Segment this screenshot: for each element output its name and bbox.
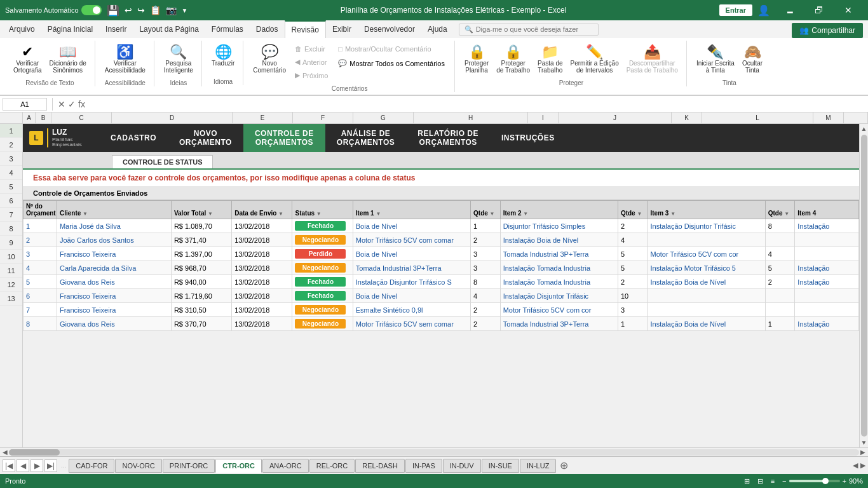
sheet-add-tab[interactable]: ⊕ — [557, 459, 571, 473]
page-layout-icon[interactable]: ⊞ — [744, 477, 750, 485]
sheet-tab-rel-orc[interactable]: REL-ORC — [309, 459, 355, 473]
table-cell[interactable] — [795, 303, 859, 317]
table-cell[interactable]: 5 — [24, 275, 57, 289]
redo-icon[interactable]: ↪ — [137, 5, 145, 15]
sheet-nav-next[interactable]: ▶ — [31, 459, 43, 472]
cell-reference-input[interactable] — [3, 98, 47, 111]
th-item1[interactable]: Item 1 ▼ — [353, 201, 470, 219]
table-cell[interactable]: R$ 1.089,70 — [171, 219, 231, 233]
tab-inserir[interactable]: Inserir — [99, 20, 133, 38]
table-cell[interactable]: 7 — [24, 303, 57, 317]
nav-controle-orcamentos[interactable]: CONTROLE DEORÇAMENTOS — [243, 124, 325, 152]
table-cell[interactable]: R$ 371,40 — [171, 233, 231, 247]
btn-pasta-trabalho[interactable]: 📁 Pasta deTrabalho — [534, 43, 566, 76]
table-cell[interactable]: Esmalte Sintético 0,9l — [353, 303, 470, 317]
table-cell[interactable]: Instalação Motor Trifásico 5 — [648, 261, 765, 275]
table-cell[interactable]: 2 — [765, 275, 795, 289]
table-cell[interactable]: Fechado — [292, 289, 353, 303]
table-cell[interactable] — [765, 233, 795, 247]
table-cell[interactable]: Giovana dos Reis — [57, 317, 171, 331]
cancel-formula-icon[interactable]: ✕ — [58, 99, 65, 109]
sheet-nav-first[interactable]: |◀ — [3, 459, 15, 472]
camera-icon[interactable]: 📷 — [166, 5, 177, 15]
row-num-6[interactable]: 6 — [0, 194, 22, 208]
table-cell[interactable]: 2 — [471, 303, 501, 317]
row-num-2[interactable]: 2 — [0, 138, 22, 152]
table-cell[interactable]: Boia de Nível — [353, 247, 470, 261]
dropdown-icon[interactable]: ▼ — [182, 7, 188, 14]
table-cell[interactable]: R$ 1.719,60 — [171, 289, 231, 303]
btn-proteger-trabalho[interactable]: 🔒 Protegerde Trabalho — [493, 43, 533, 76]
table-cell[interactable]: 8 — [24, 317, 57, 331]
confirm-formula-icon[interactable]: ✓ — [68, 99, 76, 109]
table-cell[interactable]: R$ 968,70 — [171, 261, 231, 275]
sheet-scroll-left[interactable]: ◀ — [853, 461, 858, 470]
table-cell[interactable]: Tomada Industrial 3P+Terra — [500, 247, 618, 261]
table-cell[interactable]: Fechado — [292, 275, 353, 289]
table-cell[interactable]: 13/02/2018 — [232, 289, 292, 303]
th-data[interactable]: Data de Envio ▼ — [232, 201, 292, 219]
nav-novo-orcamento[interactable]: NOVOORÇAMENTO — [168, 124, 243, 152]
col-header-i[interactable]: I — [528, 112, 559, 123]
table-cell[interactable]: R$ 1.397,00 — [171, 247, 231, 261]
th-num[interactable]: Nº doOrçament ▼ — [24, 201, 57, 219]
nav-instrucoes[interactable]: INSTRUÇÕES — [490, 124, 566, 152]
sheet-tab-in-pas[interactable]: IN-PAS — [405, 459, 442, 473]
table-cell[interactable] — [765, 303, 795, 317]
table-cell[interactable] — [648, 233, 765, 247]
table-cell[interactable]: Francisco Teixeira — [57, 303, 171, 317]
table-cell[interactable] — [795, 233, 859, 247]
table-cell[interactable]: 2 — [618, 275, 648, 289]
table-cell[interactable]: Instalação Tomada Industria — [500, 261, 618, 275]
col-header-k[interactable]: K — [672, 112, 702, 123]
table-cell[interactable]: 5 — [618, 247, 648, 261]
th-item3[interactable]: Item 3 ▼ — [648, 201, 765, 219]
table-cell[interactable]: 13/02/2018 — [232, 275, 292, 289]
table-cell[interactable]: 2 — [618, 219, 648, 233]
table-cell[interactable]: Francisco Teixeira — [57, 289, 171, 303]
table-cell[interactable]: 4 — [618, 233, 648, 247]
table-cell[interactable]: 2 — [471, 233, 501, 247]
zoom-out-btn[interactable]: − — [782, 477, 786, 485]
col-header-h[interactable]: H — [414, 112, 528, 123]
th-item2[interactable]: Item 2 ▼ — [500, 201, 618, 219]
nav-relatorio-orcamentos[interactable]: RELATÓRIO DEORÇAMENTOS — [406, 124, 490, 152]
search-input[interactable] — [476, 25, 590, 33]
tab-ajuda[interactable]: Ajuda — [421, 20, 454, 38]
table-cell[interactable] — [648, 289, 765, 303]
sheet-nav-prev[interactable]: ◀ — [17, 459, 29, 472]
table-cell[interactable]: 3 — [471, 247, 501, 261]
table-cell[interactable]: 6 — [24, 289, 57, 303]
table-cell[interactable]: Maria José da Silva — [57, 219, 171, 233]
col-header-j[interactable]: J — [559, 112, 672, 123]
table-cell[interactable]: Boia de Nível — [353, 219, 470, 233]
tab-desenvolvedor[interactable]: Desenvolvedor — [358, 20, 421, 38]
table-cell[interactable] — [765, 289, 795, 303]
row-num-10[interactable]: 10 — [0, 250, 22, 264]
table-cell[interactable]: Motor Trifásico 5CV com comar — [353, 233, 470, 247]
btn-descompartilhar[interactable]: 📤 DescompartilharPasta de Trabalho — [623, 43, 681, 76]
table-cell[interactable]: Carla Aparecida da Silva — [57, 261, 171, 275]
table-cell[interactable]: 5 — [618, 261, 648, 275]
row-num-13[interactable]: 13 — [0, 292, 22, 306]
row-num-12[interactable]: 12 — [0, 278, 22, 292]
close-button[interactable]: ✕ — [834, 0, 863, 20]
table-cell[interactable]: Motor Trifásico 5CV com cor — [500, 303, 618, 317]
share-button[interactable]: 👥 Compartilhar — [792, 23, 863, 38]
table-cell[interactable]: Instalação Boia de Nível — [648, 275, 765, 289]
undo-icon[interactable]: ↩ — [125, 5, 132, 15]
tab-exibir[interactable]: Exibir — [326, 20, 358, 38]
nav-cadastro[interactable]: CADASTRO — [99, 124, 168, 152]
table-cell[interactable]: 4 — [24, 261, 57, 275]
table-cell[interactable]: 2 — [471, 317, 501, 331]
table-cell[interactable]: 13/02/2018 — [232, 303, 292, 317]
tab-dados[interactable]: Dados — [250, 20, 285, 38]
btn-proteger-planilha[interactable]: 🔒 ProtegerPlanilha — [461, 43, 492, 76]
row-num-3[interactable]: 3 — [0, 152, 22, 166]
table-cell[interactable]: 13/02/2018 — [232, 233, 292, 247]
scroll-down-btn[interactable]: ▼ — [861, 439, 867, 446]
table-cell[interactable]: Instalação Disjuntor Trifásic — [500, 289, 618, 303]
table-cell[interactable]: Instalação Boia de Nível — [500, 233, 618, 247]
table-cell[interactable]: 3 — [471, 261, 501, 275]
table-cell[interactable]: Boia de Nível — [353, 289, 470, 303]
